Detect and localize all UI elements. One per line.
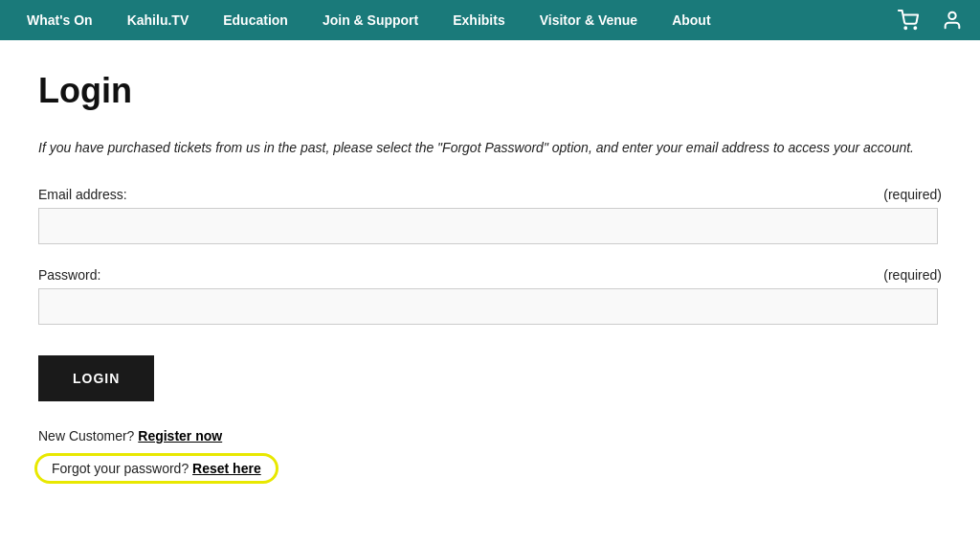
svg-point-1 xyxy=(914,27,916,29)
svg-point-2 xyxy=(948,12,955,19)
user-icon[interactable] xyxy=(934,0,970,40)
new-customer-row: New Customer? Register now xyxy=(38,428,942,444)
nav-item-education[interactable]: Education xyxy=(206,0,305,40)
register-link[interactable]: Register now xyxy=(138,428,222,444)
nav-item-exhibits[interactable]: Exhibits xyxy=(435,0,522,40)
cart-icon[interactable] xyxy=(890,0,926,40)
main-nav: What's On Kahilu.TV Education Join & Sup… xyxy=(0,0,980,40)
reset-link[interactable]: Reset here xyxy=(192,461,261,476)
info-text: If you have purchased tickets from us in… xyxy=(38,138,938,158)
nav-item-join-support[interactable]: Join & Support xyxy=(305,0,435,40)
nav-item-kahilu-tv[interactable]: Kahilu.TV xyxy=(110,0,207,40)
password-input[interactable] xyxy=(38,288,938,325)
svg-point-0 xyxy=(904,27,906,29)
email-form-group: Email address: (required) xyxy=(38,187,942,244)
forgot-password-row: Forgot your password? Reset here xyxy=(38,455,275,482)
email-input[interactable] xyxy=(38,208,938,244)
password-field-header: Password: (required) xyxy=(38,267,942,283)
nav-item-visitor-venue[interactable]: Visitor & Venue xyxy=(523,0,655,40)
nav-item-whats-on[interactable]: What's On xyxy=(10,0,110,40)
email-field-header: Email address: (required) xyxy=(38,187,942,202)
new-customer-text: New Customer? xyxy=(38,428,134,444)
forgot-text: Forgot your password? xyxy=(52,461,189,476)
main-content: Login If you have purchased tickets from… xyxy=(0,40,980,520)
password-label: Password: xyxy=(38,267,100,283)
nav-icons xyxy=(890,0,970,40)
email-required: (required) xyxy=(883,187,942,202)
nav-items: What's On Kahilu.TV Education Join & Sup… xyxy=(10,0,970,40)
password-form-group: Password: (required) xyxy=(38,267,942,325)
password-required: (required) xyxy=(883,267,942,283)
page-title: Login xyxy=(38,71,942,111)
login-button[interactable]: LOGIN xyxy=(38,355,154,401)
nav-item-about[interactable]: About xyxy=(655,0,727,40)
email-label: Email address: xyxy=(38,187,127,202)
